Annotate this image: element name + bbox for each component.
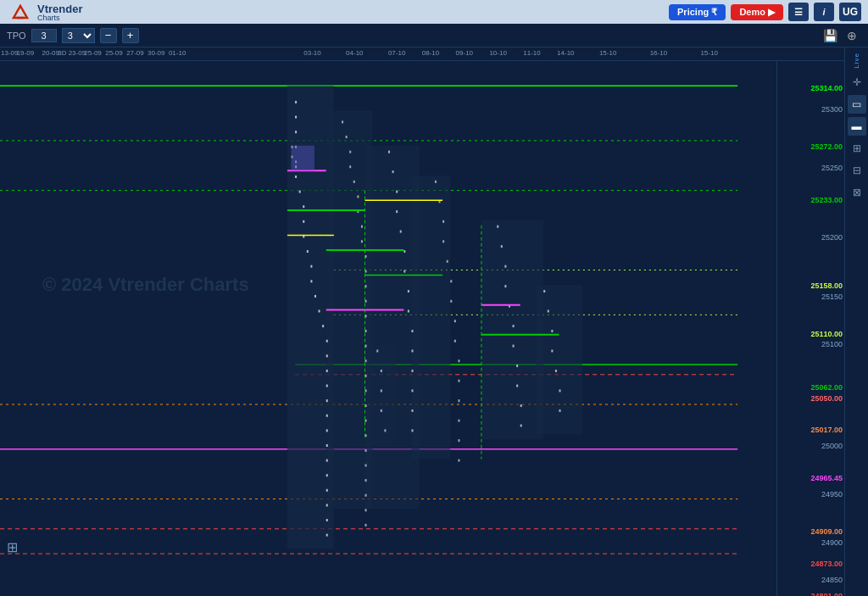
svg-rect-106 <box>458 439 459 442</box>
pricing-button[interactable]: Pricing ₹ <box>669 4 726 20</box>
svg-rect-146 <box>384 429 386 432</box>
price-label: 25062.00 <box>810 383 843 392</box>
svg-rect-44 <box>326 460 328 462</box>
svg-rect-114 <box>513 345 515 348</box>
tpo-input[interactable] <box>31 29 57 42</box>
info-button[interactable]: i <box>814 3 834 21</box>
svg-rect-49 <box>326 534 328 537</box>
svg-rect-142 <box>376 349 378 352</box>
svg-rect-85 <box>408 290 409 292</box>
svg-rect-104 <box>458 399 459 402</box>
svg-rect-72 <box>365 449 367 452</box>
svg-rect-29 <box>303 235 304 237</box>
price-scale: 25314.002530025272.002525025233.00252002… <box>776 61 844 596</box>
cursor-tool[interactable]: ✛ <box>848 73 866 92</box>
logo-area: Vtrender Charts <box>7 3 82 22</box>
toolbar: TPO 3510 − + 💾 ⊕ <box>0 24 868 47</box>
svg-rect-32 <box>310 280 312 282</box>
svg-rect-110 <box>504 265 506 268</box>
save-button[interactable]: 💾 <box>821 26 839 45</box>
time-label: 15-10 <box>599 49 616 57</box>
svg-rect-27 <box>303 205 304 208</box>
svg-rect-123 <box>555 370 557 372</box>
svg-rect-70 <box>365 420 367 422</box>
svg-rect-15 <box>326 111 373 510</box>
svg-rect-81 <box>396 210 398 213</box>
svg-rect-88 <box>411 349 413 352</box>
svg-rect-83 <box>403 250 405 253</box>
svg-rect-141 <box>373 345 396 444</box>
time-label: 10-10 <box>489 49 506 57</box>
tpo-select[interactable]: 3510 <box>62 28 95 43</box>
svg-rect-63 <box>365 315 367 317</box>
svg-rect-86 <box>408 310 409 313</box>
chart-canvas[interactable]: © 2024 Vtrender Charts <box>0 61 776 559</box>
svg-rect-124 <box>559 389 561 392</box>
svg-rect-24 <box>295 160 297 163</box>
decrement-button[interactable]: − <box>100 28 117 43</box>
horizontal-line-tool[interactable]: ▬ <box>848 117 866 136</box>
svg-rect-43 <box>326 444 328 447</box>
grid-view-button[interactable]: ⊞ <box>848 139 866 158</box>
svg-rect-144 <box>381 389 382 392</box>
svg-rect-18 <box>481 220 543 439</box>
svg-rect-122 <box>551 349 553 352</box>
time-label: 20-09 <box>42 49 59 57</box>
live-indicator: Live <box>848 51 866 70</box>
svg-rect-90 <box>411 389 413 392</box>
svg-rect-54 <box>353 181 355 183</box>
toolbar-left: TPO 3510 − + <box>7 28 139 43</box>
time-label: 25-09 <box>105 49 122 57</box>
svg-rect-38 <box>326 370 328 372</box>
user-button[interactable]: UG <box>839 3 861 21</box>
svg-rect-48 <box>326 519 328 521</box>
svg-rect-119 <box>543 290 545 292</box>
svg-rect-91 <box>411 409 413 412</box>
svg-rect-46 <box>326 489 328 492</box>
svg-rect-45 <box>326 474 328 476</box>
svg-rect-68 <box>365 389 367 392</box>
menu-button[interactable]: ☰ <box>788 3 809 21</box>
svg-rect-138 <box>292 146 293 148</box>
svg-rect-19 <box>536 285 582 434</box>
svg-rect-56 <box>357 210 359 213</box>
svg-rect-36 <box>326 340 328 343</box>
time-label: 3D 23-09 <box>58 49 86 57</box>
increment-button[interactable]: + <box>122 28 139 43</box>
svg-rect-73 <box>365 464 367 466</box>
rectangle-tool[interactable]: ▭ <box>848 95 866 114</box>
tile-view-button[interactable]: ⊠ <box>848 183 866 202</box>
svg-rect-79 <box>392 170 394 173</box>
price-label: 24909.00 <box>810 527 843 536</box>
price-label: 25300 <box>821 105 843 114</box>
svg-rect-99 <box>450 300 452 303</box>
svg-rect-118 <box>520 425 522 427</box>
svg-rect-77 <box>365 524 367 526</box>
svg-rect-102 <box>458 359 459 362</box>
price-label: 25100 <box>821 340 843 348</box>
svg-rect-30 <box>307 250 309 253</box>
expand-chart-button[interactable]: ⊞ <box>7 539 18 555</box>
svg-rect-105 <box>458 420 459 422</box>
svg-rect-108 <box>497 226 498 228</box>
svg-rect-23 <box>295 146 297 148</box>
target-button[interactable]: ⊕ <box>843 26 861 45</box>
svg-rect-71 <box>365 434 367 437</box>
svg-rect-120 <box>548 310 549 313</box>
time-label: 07-10 <box>388 49 405 57</box>
svg-rect-94 <box>439 200 441 203</box>
svg-rect-25 <box>295 175 297 178</box>
svg-rect-93 <box>435 181 437 183</box>
svg-rect-22 <box>295 131 297 133</box>
svg-rect-125 <box>559 409 561 412</box>
header: Vtrender Charts Pricing ₹ Demo ▶ ☰ i UG <box>0 0 868 24</box>
price-label: 25200 <box>821 233 843 242</box>
price-label: 24950 <box>821 490 843 499</box>
svg-rect-109 <box>501 245 503 248</box>
price-label: 25150 <box>821 292 843 301</box>
svg-rect-33 <box>314 295 316 298</box>
svg-rect-58 <box>361 240 363 242</box>
panel-view-button[interactable]: ⊟ <box>848 161 866 180</box>
demo-button[interactable]: Demo ▶ <box>731 4 783 20</box>
svg-rect-101 <box>454 340 456 343</box>
